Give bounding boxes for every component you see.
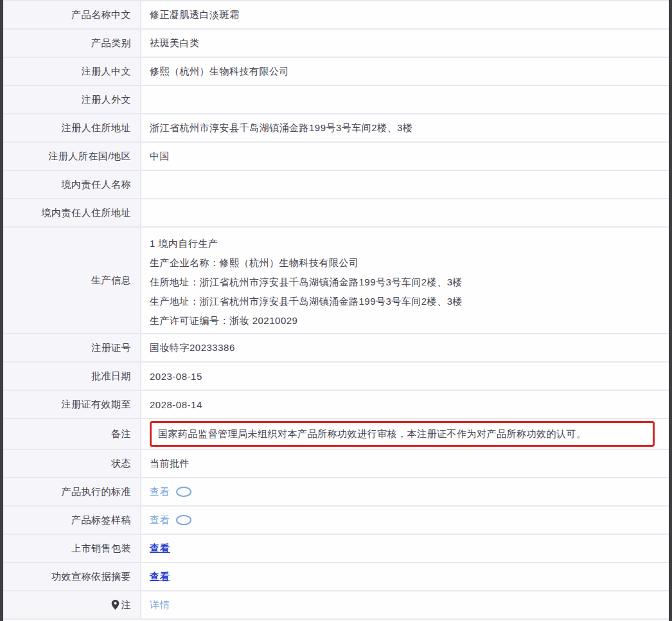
row-label: 境内责任人名称: [3, 171, 141, 198]
row-value: 当前批件: [141, 450, 669, 477]
table-row-registrant-country: 注册人所在国/地区 中国: [3, 143, 669, 171]
production-line: 生产企业名称：修熙（杭州）生物科技有限公司: [150, 253, 662, 273]
row-value: 国妆特字20233386: [141, 334, 669, 361]
row-label: 注册人外文: [3, 86, 141, 113]
production-line: 生产地址：浙江省杭州市淳安县千岛湖镇涌金路199号3号车间2楼、3楼: [150, 292, 662, 311]
production-line: 1 境内自行生产: [150, 234, 662, 253]
row-label: 批准日期: [3, 363, 141, 390]
row-label: 上市销售包装: [3, 535, 141, 562]
table-row-production-info: 生产信息 1 境内自行生产 生产企业名称：修熙（杭州）生物科技有限公司 住所地址…: [3, 228, 669, 334]
production-line: 生产许可证编号：浙妆 20210029: [150, 311, 662, 330]
view-packaging-link[interactable]: 查看: [150, 543, 170, 555]
table-row-product-standard: 产品执行的标准 查看: [3, 478, 669, 507]
left-edge-strip: [0, 0, 3, 621]
row-value: 查看: [141, 563, 669, 590]
location-pin-icon: [111, 600, 119, 610]
row-value: 查看: [141, 478, 669, 505]
row-label: 注册人住所地址: [3, 114, 141, 141]
table-row-registrant-foreign: 注册人外文: [3, 86, 669, 114]
row-label: 产品执行的标准: [3, 478, 141, 505]
row-value: [141, 171, 669, 198]
view-label-sample-link[interactable]: 查看: [150, 514, 170, 526]
row-label: 注册人中文: [3, 58, 141, 85]
row-value: 修正凝肌透白淡斑霜: [141, 1, 669, 28]
row-value: 2028-08-14: [141, 391, 669, 418]
row-label: 境内责任人住所地址: [3, 199, 141, 226]
remark-highlight-box: 国家药品监督管理局未组织对本产品所称功效进行审核，本注册证不作为对产品所称功效的…: [150, 421, 655, 447]
table-row-domestic-responsible-name: 境内责任人名称: [3, 171, 669, 199]
row-label: 注册证有效期至: [3, 391, 141, 418]
row-value: 国家药品监督管理局未组织对本产品所称功效进行审核，本注册证不作为对产品所称功效的…: [141, 419, 669, 449]
row-label: 产品标签样稿: [3, 507, 141, 534]
row-value: 中国: [141, 143, 669, 170]
row-value: 详情: [141, 591, 669, 618]
row-label: 注册证号: [3, 334, 141, 361]
table-row-registrant-cn: 注册人中文 修熙（杭州）生物科技有限公司: [3, 58, 669, 86]
row-value: [141, 199, 669, 226]
right-edge-strip: [669, 0, 672, 621]
row-value: 1 境内自行生产 生产企业名称：修熙（杭州）生物科技有限公司 住所地址：浙江省杭…: [141, 228, 669, 333]
table-row-approval-date: 批准日期 2023-08-15: [3, 363, 669, 391]
table-row-efficacy-summary: 功效宣称依据摘要 查看: [3, 563, 669, 591]
row-value: [141, 86, 669, 113]
row-value: 查看: [141, 507, 669, 534]
table-row-registration-no: 注册证号 国妆特字20233386: [3, 334, 669, 363]
row-value: 祛斑美白类: [141, 30, 669, 57]
table-row-status: 状态 当前批件: [3, 450, 669, 478]
table-row-product-name: 产品名称中文 修正凝肌透白淡斑霜: [3, 1, 669, 30]
row-value: 查看: [141, 535, 669, 562]
table-row-domestic-responsible-address: 境内责任人住所地址: [3, 199, 669, 228]
production-line: 住所地址：浙江省杭州市淳安县千岛湖镇涌金路199号3号车间2楼、3楼: [150, 273, 662, 292]
oval-outline-icon[interactable]: [176, 515, 191, 525]
row-label: 生产信息: [3, 228, 141, 333]
table-row-product-category: 产品类别 祛斑美白类: [3, 30, 669, 58]
row-label: 功效宣称依据摘要: [3, 563, 141, 590]
table-row-valid-until: 注册证有效期至 2028-08-14: [3, 391, 669, 419]
table-row-note: 注 详情: [3, 591, 669, 620]
table-row-label-sample: 产品标签样稿 查看: [3, 507, 669, 535]
row-label: 备注: [3, 419, 141, 449]
row-value: 修熙（杭州）生物科技有限公司: [141, 58, 669, 85]
row-label: 注: [3, 591, 141, 618]
row-value: 浙江省杭州市淳安县千岛湖镇涌金路199号3号车间2楼、3楼: [141, 114, 669, 141]
table-row-sales-packaging: 上市销售包装 查看: [3, 535, 669, 563]
note-label: 注: [121, 599, 132, 611]
row-label: 状态: [3, 450, 141, 477]
view-standard-link[interactable]: 查看: [150, 486, 170, 498]
registration-info-table: 产品名称中文 修正凝肌透白淡斑霜 产品类别 祛斑美白类 注册人中文 修熙（杭州）…: [3, 0, 669, 620]
row-label: 产品类别: [3, 30, 141, 57]
table-row-registrant-address: 注册人住所地址 浙江省杭州市淳安县千岛湖镇涌金路199号3号车间2楼、3楼: [3, 114, 669, 143]
row-label: 注册人所在国/地区: [3, 143, 141, 170]
view-efficacy-link[interactable]: 查看: [150, 571, 170, 583]
row-label: 产品名称中文: [3, 1, 141, 28]
row-value: 2023-08-15: [141, 363, 669, 390]
note-detail-link[interactable]: 详情: [150, 599, 170, 611]
table-row-remark: 备注 国家药品监督管理局未组织对本产品所称功效进行审核，本注册证不作为对产品所称…: [3, 419, 669, 450]
oval-outline-icon[interactable]: [176, 487, 191, 497]
